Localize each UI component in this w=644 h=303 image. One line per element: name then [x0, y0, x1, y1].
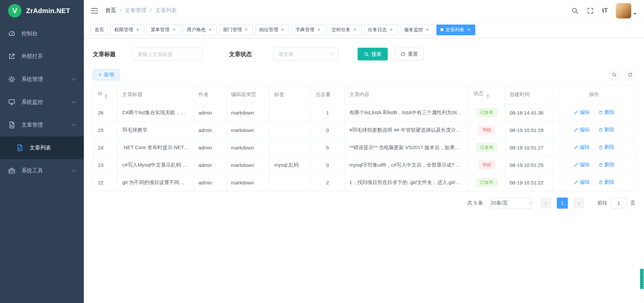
edit-button[interactable]: 编辑 [574, 144, 590, 150]
refresh-table-button[interactable] [625, 70, 635, 80]
edit-button[interactable]: 编辑 [574, 179, 590, 185]
tab-permission-management[interactable]: 权限管理× [110, 25, 144, 35]
article-status-select[interactable]: 请选择 [273, 48, 338, 60]
add-button[interactable]: + 新增 [93, 69, 119, 80]
sidebar-item-system-tools[interactable]: 系统工具 [0, 159, 84, 182]
search-icon[interactable] [571, 7, 579, 14]
cell-status: 已发布 [469, 174, 505, 191]
avatar[interactable] [616, 3, 631, 18]
goto-page-input[interactable] [611, 198, 627, 209]
cell-title: git 为不同的项目设置不同… [117, 174, 194, 191]
user-menu[interactable] [616, 3, 637, 18]
close-icon[interactable]: × [389, 27, 394, 32]
close-icon[interactable]: × [135, 27, 140, 32]
tab-label: 首页 [95, 27, 104, 33]
edit-button[interactable]: 编辑 [574, 127, 590, 133]
sidebar-item-article-list[interactable]: 文章列表 [0, 136, 84, 159]
tab-label: 文章列表 [445, 27, 464, 33]
cell-editor: markdown [226, 121, 269, 139]
column-header-id[interactable]: id [93, 85, 117, 104]
column-header-status[interactable]: 状态 [469, 85, 505, 104]
delete-button[interactable]: 删除 [598, 127, 614, 133]
tab-article-list[interactable]: 文章列表× [436, 25, 475, 35]
add-button-label: 新增 [104, 72, 114, 78]
cell-title: c#写入Mysql中文显示乱码 … [117, 156, 194, 174]
page-number-button[interactable]: 1 [557, 198, 568, 209]
chevron-down-icon [528, 200, 532, 204]
breadcrumb-home[interactable]: 首页 [105, 7, 116, 14]
cell-id: 24 [93, 139, 117, 156]
close-icon[interactable]: × [316, 27, 321, 32]
app-logo[interactable]: V ZrAdmin.NET [0, 0, 84, 21]
sidebar-item-external-open[interactable]: 外部打开 [0, 45, 84, 68]
tab-scheduled-tasks[interactable]: 定时任务× [328, 25, 362, 35]
monitor-icon [8, 98, 15, 106]
tab-service-monitor[interactable]: 服务监控× [400, 25, 434, 35]
cell-title: C#两个list集合实现关联，… [117, 104, 194, 121]
toolbox-icon [8, 167, 15, 174]
page-suffix-label: 页 [630, 200, 635, 206]
cell-tags [269, 121, 311, 139]
toggle-search-button[interactable] [609, 70, 620, 80]
cell-tags: mysql,乱码 [269, 156, 311, 174]
edit-button[interactable]: 编辑 [574, 162, 590, 168]
sidebar-collapse-icon[interactable] [91, 7, 99, 15]
close-icon[interactable]: × [280, 27, 285, 32]
tab-menu-management[interactable]: 菜单管理× [147, 25, 180, 35]
sidebar-item-dashboard[interactable]: 控制台 [0, 22, 84, 45]
tab-user-role[interactable]: 用户角色× [183, 25, 217, 35]
next-page-button[interactable]: › [573, 198, 584, 209]
prev-page-button[interactable]: ‹ [540, 198, 551, 209]
sidebar-item-system-management[interactable]: 系统管理 [0, 68, 84, 91]
column-header-tags: 标签 [269, 85, 311, 104]
cell-author: admin [194, 139, 226, 156]
sort-control[interactable] [104, 94, 108, 98]
close-icon[interactable]: × [353, 27, 358, 32]
scrollbar-thumb[interactable] [640, 269, 644, 289]
cell-created: 08-19 10:51:25 [505, 156, 552, 174]
tab-label: 用户角色 [187, 27, 206, 33]
cell-content: 1，找到项目所在目录下的 .git/文件夹，进入.git/… [344, 174, 469, 191]
tab-task-log[interactable]: 任务日志× [364, 25, 398, 35]
search-button[interactable]: 搜索 [358, 48, 388, 60]
tab-label: 服务监控 [404, 27, 423, 33]
delete-button[interactable]: 删除 [598, 109, 614, 116]
tab-dict-management[interactable]: 字典管理× [291, 25, 325, 35]
tab-post-management[interactable]: 岗位管理× [255, 25, 289, 35]
fullscreen-icon[interactable] [587, 7, 594, 14]
tab-home[interactable]: 首页 [91, 25, 108, 35]
breadcrumb-article-management[interactable]: 文章管理 [125, 7, 146, 14]
cell-clicks: 0 [311, 121, 344, 139]
sort-control[interactable] [486, 94, 489, 98]
cell-title: 羽毛球教学 [117, 121, 194, 139]
caret-down-icon [633, 13, 637, 16]
close-icon[interactable]: × [425, 27, 430, 32]
sidebar-item-article-management[interactable]: 文章管理 [0, 114, 84, 136]
page-size-select[interactable]: 20条/页 [490, 198, 532, 209]
close-icon[interactable]: × [244, 27, 249, 32]
tab-department-management[interactable]: 部门管理× [219, 25, 253, 35]
close-icon[interactable]: × [171, 27, 176, 32]
delete-button[interactable]: 删除 [598, 179, 614, 185]
edit-button[interactable]: 编辑 [574, 109, 590, 116]
page-content: 文章标题 文章状态 请选择 搜索 重置 + [84, 38, 644, 303]
pencil-icon [574, 128, 578, 132]
column-header-content: 文章内容 [344, 85, 469, 104]
column-header-clicks: 点击量 [311, 85, 344, 104]
font-size-icon[interactable]: tT [602, 7, 608, 14]
search-icon [364, 52, 369, 57]
select-placeholder: 请选择 [278, 51, 293, 57]
article-title-input[interactable] [132, 48, 202, 60]
close-icon[interactable]: × [466, 27, 471, 32]
status-badge: 已发布 [476, 143, 497, 152]
pencil-icon [574, 163, 578, 167]
close-icon[interactable]: × [208, 27, 213, 32]
reset-button[interactable]: 重置 [394, 48, 424, 60]
cell-clicks: 1 [311, 104, 344, 121]
delete-button[interactable]: 删除 [598, 144, 614, 150]
cell-content: **错误提示** 当电脑更新 VS2017 版本后，如果… [344, 139, 469, 156]
delete-button[interactable]: 删除 [598, 162, 614, 168]
trash-icon [598, 128, 603, 132]
sidebar-item-system-monitor[interactable]: 系统监控 [0, 91, 84, 114]
cell-created: 08-18 14:41:36 [505, 104, 552, 121]
